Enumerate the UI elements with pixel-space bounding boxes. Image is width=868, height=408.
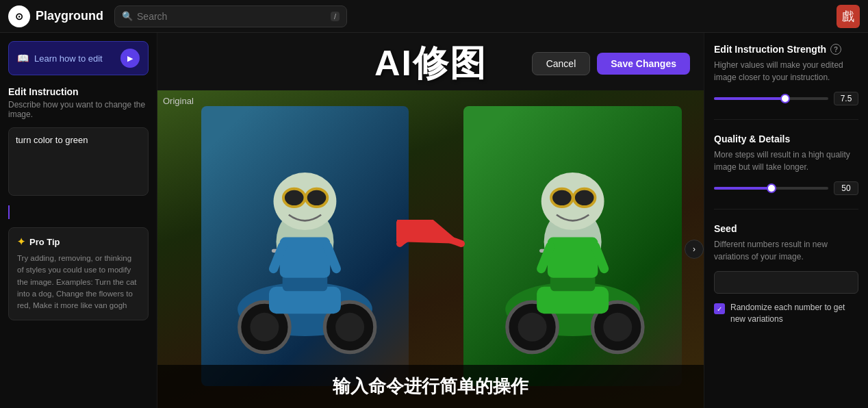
frog-blue-svg (212, 120, 398, 372)
logo-icon: ⊙ (8, 5, 30, 27)
cancel-button[interactable]: Cancel (532, 52, 591, 75)
quality-slider-value: 50 (834, 181, 858, 195)
strength-slider-fill (714, 97, 785, 100)
learn-how-to-edit-button[interactable]: 📖 Learn how to edit ▶ (8, 41, 149, 75)
svg-point-19 (518, 312, 546, 341)
edit-instruction-title: Edit Instruction (8, 86, 149, 97)
canvas-buttons: Cancel Save Changes (532, 52, 690, 75)
seed-input[interactable] (714, 271, 858, 294)
star-icon: ✦ (17, 236, 25, 247)
strength-slider-thumb[interactable] (780, 94, 790, 103)
next-arrow-button[interactable]: › (685, 240, 704, 259)
logo: ⊙ Playground (8, 5, 103, 27)
svg-rect-30 (548, 237, 598, 277)
strength-info-icon[interactable]: ? (830, 44, 841, 55)
avatar: 戲 (837, 5, 860, 28)
search-bar[interactable]: 🔍 / (114, 5, 347, 27)
quality-section: Quality & Details More steps will result… (714, 133, 858, 195)
strength-slider-value: 7.5 (834, 92, 858, 105)
learn-btn-label: Learn how to edit (34, 53, 103, 64)
search-kbd: / (331, 12, 340, 21)
divider-2 (714, 209, 858, 209)
divider-1 (714, 119, 858, 120)
seed-section: Seed Different numbers result in new var… (714, 223, 858, 325)
image-canvas: Original (157, 90, 704, 408)
strength-slider-track[interactable] (714, 97, 828, 100)
logo-text: Playground (36, 9, 103, 23)
edit-instruction-section: Edit Instruction Describe how you want t… (8, 86, 149, 199)
randomize-checkbox[interactable]: ✓ (714, 303, 725, 314)
randomize-label: Randomize each number to get new variati… (730, 302, 858, 325)
randomize-row: ✓ Randomize each number to get new varia… (714, 302, 858, 325)
search-input[interactable] (137, 11, 327, 22)
main-layout: 📖 Learn how to edit ▶ Edit Instruction D… (0, 33, 868, 408)
book-icon: 📖 (17, 53, 29, 64)
svg-point-4 (335, 312, 364, 341)
strength-slider-row: 7.5 (714, 92, 858, 105)
original-label: Original (163, 96, 194, 106)
svg-point-2 (250, 312, 279, 341)
right-image-green (463, 106, 682, 385)
svg-rect-13 (280, 237, 330, 277)
strength-section: Edit Instruction Strength ? Higher value… (714, 44, 858, 105)
seed-desc: Different numbers result in new variatio… (714, 238, 858, 263)
quality-slider-track[interactable] (714, 187, 828, 190)
canvas-area: AI修图 Cancel Save Changes Original (157, 33, 704, 408)
edit-instruction-desc: Describe how you want to change the imag… (8, 100, 149, 119)
pro-tip-box: ✦ Pro Tip Try adding, removing, or think… (8, 227, 149, 320)
quality-slider-thumb[interactable] (767, 183, 776, 193)
svg-point-11 (283, 188, 305, 206)
seed-title: Seed (714, 223, 858, 234)
canvas-title: AI修图 (374, 40, 487, 88)
strength-title: Edit Instruction Strength ? (714, 44, 858, 55)
arrow-svg (396, 220, 465, 268)
left-image-blue (201, 106, 409, 385)
svg-point-12 (306, 188, 327, 206)
pro-tip-title: Pro Tip (29, 237, 60, 247)
right-panel: Edit Instruction Strength ? Higher value… (704, 33, 868, 408)
svg-point-29 (574, 188, 595, 206)
instruction-textarea[interactable]: turn color to green (8, 127, 149, 196)
cursor-line (8, 205, 149, 219)
pro-tip-text: Try adding, removing, or thinking of sty… (17, 253, 140, 311)
left-sidebar: 📖 Learn how to edit ▶ Edit Instruction D… (0, 33, 157, 408)
quality-desc: More steps will result in a high quality… (714, 149, 858, 173)
play-icon: ▶ (120, 49, 140, 68)
svg-point-21 (603, 312, 632, 341)
pro-tip-header: ✦ Pro Tip (17, 236, 140, 247)
search-icon: 🔍 (122, 11, 133, 21)
bottom-caption: 输入命令进行简单的操作 (157, 365, 704, 408)
svg-point-28 (551, 188, 572, 206)
topnav-right: 戲 (837, 5, 860, 28)
image-container: Original (157, 90, 704, 408)
quality-slider-row: 50 (714, 181, 858, 195)
save-changes-button[interactable]: Save Changes (597, 53, 690, 75)
quality-slider-fill (714, 187, 771, 190)
arrow-overlay (396, 218, 465, 281)
quality-title: Quality & Details (714, 133, 858, 144)
strength-desc: Higher values will make your edited imag… (714, 59, 858, 84)
frog-green-svg (474, 120, 671, 372)
top-navigation: ⊙ Playground 🔍 / 戲 (0, 0, 868, 33)
canvas-header: AI修图 Cancel Save Changes (157, 33, 704, 90)
